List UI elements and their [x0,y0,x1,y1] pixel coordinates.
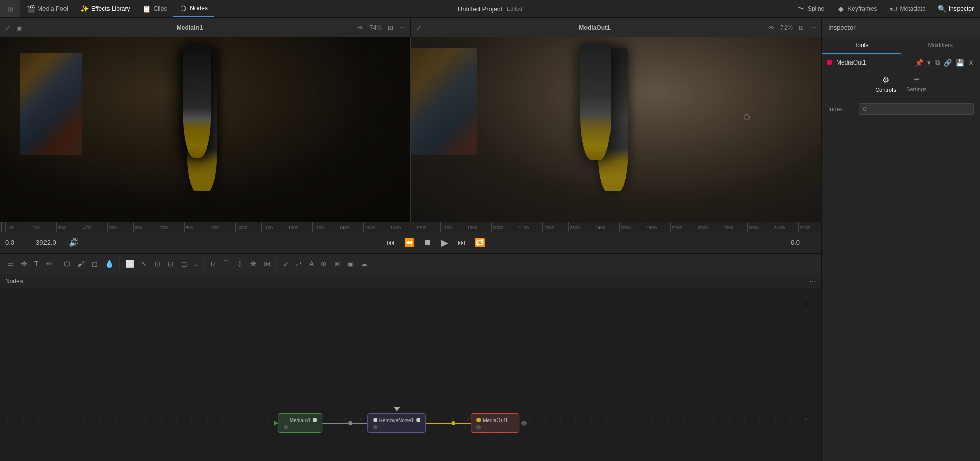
bspline-btn[interactable]: ⌒ [220,257,233,270]
nav-item-keyframes[interactable]: ◆ Keyframes [831,5,883,13]
node-mediain1-label: MediaIn1 [290,417,311,423]
connection-1 [322,421,367,425]
node-mediain1[interactable]: MediaIn1 [278,413,322,433]
metadata-icon: 🏷 [889,5,898,13]
ruler-mark-2500: 2500 [619,222,645,232]
line-2 [426,423,451,424]
tool-palette: ▭ ✥ T ✏ ⬡ 🖌 ◻ 💧 ⬜ ⤡ ⊡ ⊟ ◻ ○ ∪ ⌒ ⊹ ❋ ⋈ ↙ … [0,254,821,274]
volume-btn[interactable]: 🔊 [67,236,81,249]
inspector-subtab-settings-label: Settings [906,86,927,92]
inspector-node-close-btn[interactable]: ✕ [967,57,975,68]
nav-media-pool-label: Media Pool [37,5,68,12]
clone-tool-btn[interactable]: 💧 [102,258,117,270]
mesh-btn[interactable]: ⋈ [260,258,274,270]
inspector-top-title: Inspector [828,24,855,31]
nav-item-spline[interactable]: 〜 Spline [791,5,831,13]
select-tool-btn[interactable]: ▭ [4,258,17,270]
viewer-left-more-btn[interactable]: ⋯ [397,23,407,32]
nav-item-nodes[interactable]: ⬡ Nodes [173,0,214,17]
nodes-header: Nodes ⋯ [0,274,821,288]
ruler-mark-1900: 1900 [466,222,491,232]
type-tool2-btn[interactable]: A [306,258,317,270]
step-back-btn[interactable]: ⏪ [402,236,417,249]
viewer-right-grid-btn[interactable]: ⊞ [797,23,806,32]
ruler-mark-1600: 1600 [389,222,415,232]
viewer-right-layout-btn[interactable]: ⤢ [414,23,423,32]
inspector-subtab-controls[interactable]: ⚙ Controls [875,75,896,93]
inspector-node-save-btn[interactable]: 💾 [955,57,965,68]
tracker-btn[interactable]: ⊹ [234,258,246,270]
nav-item-home[interactable]: ⊞ [0,0,20,17]
stop-btn[interactable]: ⏹ [422,236,434,249]
node-mediain1-bottom-dot [284,425,288,429]
ruler-mark-100: 100 [5,222,31,232]
roto-btn[interactable]: ◻ [178,258,190,270]
line-2b [455,423,471,424]
text-tool-btn[interactable]: T [31,258,42,270]
viewer-right-zoom-select[interactable]: 72% [778,23,795,32]
shadow-btn[interactable]: ☁ [358,258,371,270]
pen-tool-btn[interactable]: ✏ [43,258,55,270]
viewer-right-more-btn[interactable]: ⋯ [808,23,818,32]
move-tool-btn[interactable]: ✥ [18,258,30,270]
nav-item-metadata[interactable]: 🏷 Metadata [883,5,932,13]
node-mediain1-play[interactable] [273,420,280,427]
node-mediaout1[interactable]: MediaOut1 [471,413,519,433]
nav-item-inspector[interactable]: 🔍 Inspector [932,5,980,13]
skip-start-btn[interactable]: ⏮ [385,236,397,249]
eraser-tool-btn[interactable]: ◻ [89,258,101,270]
ruler-mark-1000: 1000 [235,222,261,232]
nodes-menu-btn[interactable]: ⋯ [809,277,816,285]
circle-tool-btn[interactable]: ○ [191,258,202,270]
inspector-tab-tools[interactable]: Tools [822,37,901,54]
nodes-canvas[interactable]: MediaIn1 [0,288,821,461]
transform-btn[interactable]: ⤡ [138,258,150,270]
inspector-subtab-controls-label: Controls [875,87,896,93]
playback-controls: 0.0 3922.0 🔊 ⏮ ⏪ ⏹ ▶ ⏭ 🔁 0.0 [0,232,821,254]
particle-btn[interactable]: ❋ [247,258,259,270]
controls-icon: ⚙ [882,75,889,85]
nav-item-effects-library[interactable]: ✨ Effects Library [74,0,136,17]
crop-btn[interactable]: ⊟ [165,258,177,270]
warp-btn[interactable]: ⊡ [151,258,164,270]
ruler-mark-2200: 2200 [542,222,568,232]
inspector-tab-modifiers[interactable]: Modifiers [901,37,981,54]
ruler-mark-0 [1,222,5,232]
viewer-left-label: MediaIn1 [169,24,210,31]
loop-btn[interactable]: 🔁 [473,236,487,249]
inspector-node-dropdown-btn[interactable]: ▾ [926,57,932,68]
effects-library-icon: ✨ [80,5,89,13]
inspector-node-name: MediaOut1 [836,59,910,66]
play-btn[interactable]: ▶ [439,235,450,250]
fill-btn[interactable]: ⇄ [293,258,305,270]
stamp-btn[interactable]: ↙ [279,258,292,270]
inspector-node-pin-btn[interactable]: 📌 [914,57,924,68]
viewer-left-expand-btn[interactable]: ⤢ [3,23,12,32]
nav-item-media-pool[interactable]: 🎬 Media Pool [20,0,74,17]
main-area: ⤢ ▣ MediaIn1 👁 74% ⊞ ⋯ ⤢ MediaOut1 👁 72%… [0,18,980,461]
inspector-index-input[interactable] [859,103,974,115]
composite-btn[interactable]: ⊗ [331,258,343,270]
bezier-btn[interactable]: ∪ [207,258,219,270]
viewer-left-zoom-select[interactable]: 74% [367,23,384,32]
timeline-ruler[interactable]: 100 200 300 400 500 600 700 800 900 1000… [0,222,821,232]
inspector-subtab-settings[interactable]: ≡ Settings [906,75,927,93]
viewer-right-viewer-icon-btn[interactable]: 👁 [766,23,776,32]
viewer-left-layout-btn[interactable]: ▣ [14,23,24,32]
nav-item-clips[interactable]: 📋 Clips [137,0,173,17]
viewer-right-label: MediaOut1 [574,24,615,31]
viewer-left-grid-btn[interactable]: ⊞ [386,23,395,32]
node-removenoise1[interactable]: RemoveNoise1 [367,413,426,433]
fx-btn[interactable]: ◉ [344,258,357,270]
inspector-node-link-btn[interactable]: 🔗 [943,57,953,68]
node-rn1-input-dot [373,418,377,422]
inspector-node-copy-btn[interactable]: ⧉ [934,57,941,68]
3d-tool-btn[interactable]: ⊕ [318,258,330,270]
tool-sep-2 [119,258,120,269]
polygon-tool-btn[interactable]: ⬡ [61,258,73,270]
rect-mask-btn[interactable]: ⬜ [122,258,137,270]
viewer-right-image [411,37,821,222]
paint-tool-btn[interactable]: 🖌 [74,258,88,270]
viewer-left-viewer-icon-btn[interactable]: 👁 [355,23,365,32]
skip-end-btn[interactable]: ⏭ [455,236,468,249]
